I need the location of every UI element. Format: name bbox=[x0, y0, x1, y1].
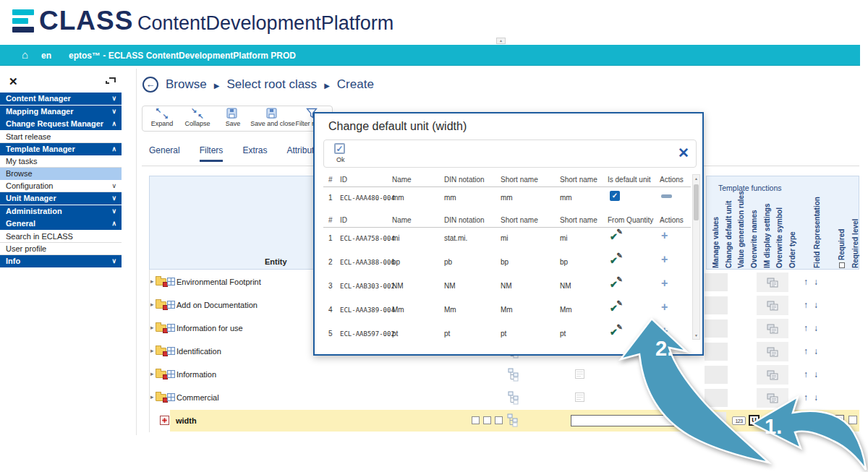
ok-button[interactable]: Ok bbox=[336, 156, 345, 163]
expand-caret-icon[interactable]: ▸ bbox=[150, 301, 154, 308]
add-unit-icon[interactable]: + bbox=[661, 325, 668, 338]
sidebar-item-my-tasks[interactable]: My tasks bbox=[0, 155, 122, 168]
change-default-unit-icon[interactable]: U bbox=[749, 415, 760, 426]
move-down-icon[interactable]: ↓ bbox=[814, 277, 818, 287]
tab-filters[interactable]: Filters bbox=[200, 145, 224, 162]
language-label[interactable]: en bbox=[41, 51, 51, 61]
sidebar-item-change-request-manager[interactable]: Change Request Manager∧ bbox=[0, 118, 122, 130]
expand-caret-icon[interactable]: ▸ bbox=[150, 278, 154, 285]
expand-caret-icon[interactable]: ▸ bbox=[150, 347, 154, 354]
back-icon[interactable]: ← bbox=[142, 77, 158, 93]
tree-row-label[interactable]: Commercial bbox=[176, 393, 219, 402]
checkbox[interactable] bbox=[472, 416, 480, 424]
dock-panel-icon[interactable] bbox=[109, 77, 116, 82]
form-icon[interactable] bbox=[575, 369, 584, 379]
scroll-up-icon[interactable]: ▲ bbox=[693, 176, 699, 181]
move-up-icon[interactable]: ↑ bbox=[804, 323, 808, 333]
collapse-button[interactable]: ↘ ↖ Collapse bbox=[184, 108, 211, 129]
save-and-close-button[interactable]: Save and close bbox=[255, 108, 291, 129]
save-button[interactable]: Save bbox=[219, 108, 247, 129]
expand-caret-icon[interactable]: ▸ bbox=[150, 324, 154, 331]
close-icon[interactable]: ✕ bbox=[9, 75, 18, 88]
checkbox[interactable] bbox=[495, 416, 503, 424]
selected-attribute-row[interactable]: width ✎ 123 U ▾ bbox=[136, 410, 868, 432]
sidebar-item-general[interactable]: General∧ bbox=[0, 218, 122, 230]
sidebar-item-template-manager[interactable]: Template Manager∧ bbox=[0, 143, 122, 155]
close-icon[interactable]: ✕ bbox=[678, 145, 689, 161]
manage-values-cell[interactable] bbox=[705, 296, 728, 314]
add-unit-icon[interactable]: + bbox=[661, 229, 668, 242]
edit-pencil-icon[interactable]: ✎ bbox=[692, 414, 700, 425]
sidebar-item-search-in-eclass[interactable]: Search in ECLASS bbox=[0, 231, 122, 243]
sidebar-item-mapping-manager[interactable]: Mapping Manager∨ bbox=[0, 106, 122, 118]
is-default-unit-checkbox[interactable]: ✓ bbox=[610, 191, 620, 201]
table-row[interactable]: ▸ Commercial ↑ ↓ bbox=[136, 387, 868, 410]
form-icon[interactable] bbox=[575, 392, 584, 402]
manage-values-cell[interactable] bbox=[705, 389, 728, 407]
move-down-icon[interactable]: ↓ bbox=[814, 392, 818, 403]
hierarchy-icon[interactable] bbox=[508, 368, 520, 382]
add-unit-icon[interactable]: + bbox=[661, 277, 668, 290]
move-up-icon[interactable]: ↑ bbox=[804, 392, 808, 403]
breadcrumb-create[interactable]: Create bbox=[337, 77, 374, 92]
checkbox[interactable] bbox=[483, 416, 491, 424]
sidebar-item-browse[interactable]: Browse bbox=[0, 168, 122, 180]
remove-action-icon[interactable] bbox=[661, 194, 672, 198]
tree-row-label[interactable]: Environmental Footprint bbox=[176, 278, 261, 286]
sidebar-item-start-release[interactable]: Start release bbox=[0, 131, 122, 143]
tree-row-label[interactable]: Add on Documentation bbox=[176, 301, 258, 309]
sidebar-item-content-manager[interactable]: Content Manager∨ bbox=[0, 93, 122, 105]
expand-caret-icon[interactable]: ▸ bbox=[150, 393, 154, 400]
tree-row-label[interactable]: Information for use bbox=[176, 324, 243, 332]
required-checkbox[interactable] bbox=[848, 416, 857, 424]
col-din-notation: DIN notation bbox=[444, 176, 485, 184]
dialog-scrollbar[interactable]: ▲ ▼ bbox=[692, 174, 700, 340]
manage-values-cell[interactable] bbox=[703, 412, 726, 430]
im-display-settings-cell[interactable] bbox=[757, 342, 788, 361]
manage-values-cell[interactable] bbox=[705, 319, 728, 338]
tree-row-label[interactable]: Information bbox=[176, 370, 216, 379]
home-icon[interactable]: ⌂ bbox=[22, 48, 28, 61]
move-down-icon[interactable]: ↓ bbox=[814, 346, 818, 356]
move-down-icon[interactable]: ↓ bbox=[814, 369, 818, 379]
manage-values-cell[interactable] bbox=[705, 366, 728, 384]
sidebar-item-user-profile[interactable]: User profile bbox=[0, 243, 122, 255]
move-down-icon[interactable]: ↓ bbox=[814, 300, 818, 310]
expand-button[interactable]: ↖ ↘ Expand bbox=[148, 108, 176, 129]
move-up-icon[interactable]: ↑ bbox=[804, 300, 808, 310]
scroll-down-icon[interactable]: ▼ bbox=[693, 333, 699, 338]
tab-general[interactable]: General bbox=[149, 145, 180, 162]
move-down-icon[interactable]: ↓ bbox=[814, 323, 818, 333]
tab-extras[interactable]: Extras bbox=[242, 145, 267, 162]
tree-row-label[interactable]: Identification bbox=[176, 347, 221, 356]
im-display-settings-cell[interactable] bbox=[757, 388, 788, 408]
hierarchy-icon[interactable] bbox=[507, 413, 519, 427]
im-display-settings-cell[interactable] bbox=[757, 365, 788, 385]
breadcrumb-select-root-class[interactable]: Select root class bbox=[226, 77, 317, 92]
hierarchy-icon[interactable] bbox=[508, 391, 520, 405]
required-level-dropdown[interactable]: ▾ bbox=[825, 415, 844, 426]
attribute-value-input[interactable] bbox=[571, 415, 690, 426]
attribute-name[interactable]: width bbox=[176, 416, 197, 425]
move-up-icon[interactable]: ↑ bbox=[804, 346, 808, 356]
im-display-settings-cell[interactable] bbox=[757, 319, 788, 338]
required-checkbox[interactable] bbox=[839, 262, 845, 268]
manage-values-cell[interactable] bbox=[705, 273, 728, 291]
move-up-icon[interactable]: ↑ bbox=[804, 277, 808, 287]
numeric-type-icon[interactable]: 123 bbox=[732, 416, 746, 425]
sidebar-item-info[interactable]: Info∨ bbox=[0, 255, 122, 267]
im-display-settings-cell[interactable] bbox=[757, 273, 788, 292]
ok-checkbox-icon[interactable]: ✓ bbox=[334, 143, 345, 154]
add-unit-icon[interactable]: + bbox=[661, 301, 668, 314]
table-row[interactable]: ▸ Information ↑ ↓ bbox=[136, 364, 868, 387]
im-display-settings-cell[interactable] bbox=[757, 296, 788, 315]
scrollbar-thumb[interactable] bbox=[694, 184, 699, 220]
sidebar-item-administration[interactable]: Administration∨ bbox=[0, 205, 122, 218]
sidebar-item-unit-manager[interactable]: Unit Manager∨ bbox=[0, 192, 122, 205]
add-unit-icon[interactable]: + bbox=[661, 253, 668, 266]
move-up-icon[interactable]: ↑ bbox=[804, 369, 808, 379]
manage-values-cell[interactable] bbox=[705, 343, 728, 361]
breadcrumb-browse[interactable]: Browse bbox=[166, 77, 207, 92]
sidebar-item-configuration[interactable]: Configuration∨ bbox=[0, 180, 122, 192]
expand-caret-icon[interactable]: ▸ bbox=[150, 370, 154, 377]
